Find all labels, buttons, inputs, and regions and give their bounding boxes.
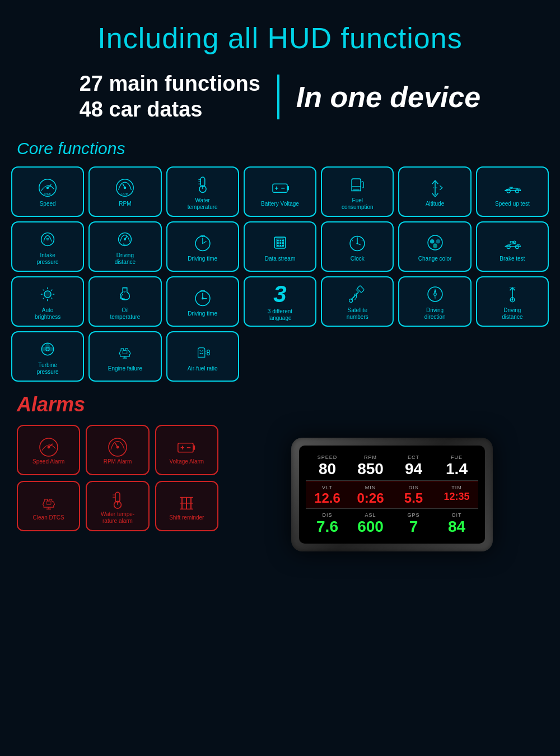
cell-fue: FUE 1.4: [435, 453, 478, 478]
func-altitude-label: Altitude: [426, 201, 444, 207]
func-battery-voltage: Battery Voltage: [244, 166, 316, 217]
func-turbine-pressure-label: Turbinepressure: [37, 362, 59, 375]
alarm-voltage: Voltage Alarm: [155, 425, 218, 475]
alarm-water-temp: Water tempe-rature alarm: [86, 481, 149, 531]
stats-bar: 27 main functions 48 car datas In one de…: [0, 66, 560, 133]
svg-point-27: [124, 238, 127, 240]
rpm-alarm-icon: [106, 436, 129, 458]
func-battery-label: Battery Voltage: [261, 201, 299, 207]
svg-rect-103: [46, 501, 51, 504]
func-change-color-label: Change color: [418, 256, 451, 262]
func-change-color: Change color: [398, 221, 471, 272]
func-engine-failure-label: Engine failure: [108, 365, 142, 372]
svg-text:km/h: km/h: [44, 192, 51, 196]
device-outer: SPEED 80 RPM 850 ECT 94 FUE: [291, 438, 493, 551]
svg-rect-42: [277, 245, 279, 247]
speed-alarm-icon: [38, 436, 60, 458]
svg-text:RPM: RPM: [122, 192, 129, 196]
svg-rect-40: [279, 243, 281, 244]
func-three-language-label: 3 differentlanguage: [268, 308, 292, 322]
svg-line-67: [51, 290, 52, 291]
stats-divider: [277, 75, 279, 119]
func-driving-distance-label: Drivingdistance: [115, 252, 136, 266]
cell-gps: GPS 7: [392, 511, 435, 536]
svg-point-57: [515, 245, 519, 249]
func-oil-temp: Oiltemperature: [88, 276, 161, 327]
alarm-speed: Speed Alarm: [17, 425, 80, 475]
svg-point-2: [46, 187, 49, 189]
alarm-rpm: RPM Alarm: [86, 425, 149, 475]
svg-rect-44: [282, 245, 284, 247]
svg-point-20: [515, 189, 519, 193]
func-oil-temp-label: Oiltemperature: [110, 307, 140, 321]
clean-dtcs-icon: [38, 492, 60, 514]
svg-rect-41: [282, 243, 284, 244]
svg-point-53: [430, 239, 434, 244]
alarm-clean-dtcs: Clean DTCS: [17, 481, 80, 531]
functions-grid: km/h Speed RPM RPM Watertem: [0, 166, 560, 387]
func-fuel-label: Fuelconsumption: [342, 197, 374, 211]
func-satellite-label: Satellitenumbers: [347, 307, 368, 321]
svg-line-65: [43, 290, 44, 291]
svg-point-97: [116, 446, 119, 449]
svg-point-79: [433, 293, 436, 296]
main-functions-label: 27 main functions: [80, 71, 260, 97]
cell-tim: TIM 12:35: [435, 484, 478, 506]
func-altitude: Altitude: [398, 166, 471, 217]
cell-ect: ECT 94: [392, 453, 435, 478]
svg-point-24: [46, 238, 49, 241]
alarm-speed-label: Speed Alarm: [32, 458, 64, 465]
svg-line-68: [43, 298, 44, 299]
func-speed: km/h Speed: [11, 166, 84, 217]
func-driving-time-1: Driving time: [166, 221, 239, 272]
svg-rect-38: [282, 240, 284, 242]
func-intake-pressure: Intakepressure: [11, 221, 84, 272]
cell-dis-red: DIS 5.5: [392, 484, 435, 506]
func-driving-time-2-label: Driving time: [188, 310, 217, 317]
svg-rect-106: [115, 493, 120, 503]
svg-rect-98: [178, 443, 193, 452]
func-three-language: 3 3 differentlanguage: [244, 276, 316, 327]
svg-point-60: [44, 291, 51, 298]
svg-rect-37: [279, 240, 281, 242]
alarm-rpm-label: RPM Alarm: [104, 458, 132, 465]
svg-point-72: [202, 298, 204, 300]
svg-rect-12: [287, 186, 289, 191]
svg-rect-85: [123, 351, 128, 354]
func-data-stream-label: Data stream: [265, 256, 295, 262]
device-section: SPEED 80 RPM 850 ECT 94 FUE: [235, 393, 549, 551]
svg-point-56: [507, 245, 510, 249]
func-clock: Clock: [321, 221, 394, 272]
cell-oit: OIT 84: [435, 511, 478, 536]
func-auto-brightness: Autobrightness: [11, 276, 84, 327]
func-engine-failure: Engine failure: [88, 331, 161, 382]
svg-rect-36: [277, 240, 279, 242]
device-screen: SPEED 80 RPM 850 ECT 94 FUE: [299, 446, 485, 544]
alarm-voltage-label: Voltage Alarm: [169, 458, 204, 465]
func-fuel: Fuelconsumption: [321, 166, 394, 217]
car-datas-label: 48 car datas: [80, 97, 260, 123]
func-turbine-pressure: Turbinepressure: [11, 331, 84, 382]
stats-left: 27 main functions 48 car datas: [80, 71, 260, 122]
func-speed-up-test-label: Speed up test: [495, 201, 530, 207]
alarms-title: Alarms: [11, 393, 224, 416]
func-air-fuel-ratio-label: Air-fuel ratio: [188, 365, 218, 372]
core-functions-title: Core functions: [0, 133, 560, 166]
svg-point-48: [357, 243, 358, 244]
func-brake-test-label: Brake test: [500, 256, 525, 262]
svg-line-31: [203, 242, 206, 244]
svg-line-50: [362, 241, 362, 242]
header-title: Including all HUD functions: [17, 22, 543, 54]
func-speed-label: Speed: [40, 201, 56, 207]
func-auto-brightness-label: Autobrightness: [35, 307, 60, 321]
func-rpm-label: RPM: [119, 201, 131, 207]
func-intake-pressure-label: Intakepressure: [37, 252, 59, 266]
tagline: In one device: [296, 80, 480, 114]
display-row-3: DIS 7.6 ASL 600 GPS 7 OIT: [306, 509, 478, 538]
bottom-section: Alarms Speed Alarm: [0, 387, 560, 557]
svg-text:km: km: [123, 244, 127, 247]
svg-rect-8: [200, 177, 205, 187]
water-temp-alarm-icon: [106, 489, 129, 511]
cell-asl: ASL 600: [349, 511, 392, 536]
cell-rpm: RPM 850: [349, 453, 392, 478]
